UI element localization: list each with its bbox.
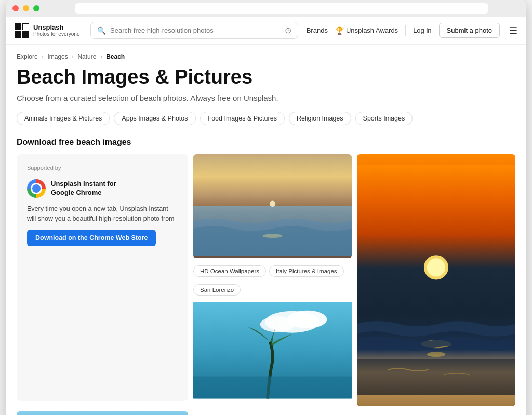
brands-link[interactable]: Brands — [307, 26, 328, 34]
page-subtitle: Choose from a curated selection of beach… — [17, 93, 515, 102]
breadcrumb-images[interactable]: Images — [47, 53, 68, 60]
search-bar[interactable]: 🔍 ⊙ — [90, 22, 298, 39]
logo-area[interactable]: Unsplash Photos for everyone — [15, 23, 82, 38]
submit-button[interactable]: Submit a photo — [439, 23, 500, 38]
image-tags-row1: HD Ocean Wallpapers Italy Pictures & Ima… — [193, 265, 352, 277]
logo-sq-4 — [22, 31, 29, 38]
search-input[interactable] — [110, 26, 281, 34]
tropical-beach-image[interactable] — [17, 411, 188, 415]
tag-food[interactable]: Food Images & Pictures — [200, 112, 285, 125]
ocean-sunset-svg — [357, 154, 515, 406]
chrome-name-line2: Google Chrome — [51, 189, 116, 197]
breadcrumb-nature[interactable]: Nature — [77, 53, 96, 60]
svg-point-7 — [260, 316, 295, 332]
gallery-grid: Supported by Unsplash Instant for Google… — [17, 154, 515, 406]
ocean-sunset-tall-image[interactable] — [357, 154, 515, 406]
svg-point-3 — [270, 200, 275, 206]
login-button[interactable]: Log in — [413, 26, 431, 34]
promo-card: Supported by Unsplash Instant for Google… — [17, 154, 188, 401]
gallery-row2 — [17, 411, 515, 415]
logo-text: Unsplash Photos for everyone — [33, 24, 80, 37]
tag-religion[interactable]: Religion Images — [289, 112, 351, 125]
close-button[interactable] — [12, 5, 19, 11]
svg-point-13 — [427, 352, 445, 357]
svg-rect-14 — [357, 359, 515, 395]
search-icon: 🔍 — [97, 26, 106, 35]
logo-sq-3 — [15, 31, 21, 38]
topic-tags: Animals Images & Pictures Apps Images & … — [17, 112, 515, 125]
tag-san-lorenzo[interactable]: San Lorenzo — [193, 284, 241, 296]
tag-apps[interactable]: Apps Images & Photos — [114, 112, 195, 125]
palm-photo[interactable] — [193, 300, 352, 401]
breadcrumb-explore[interactable]: Explore — [17, 53, 38, 60]
svg-rect-8 — [193, 376, 352, 398]
middle-column: HD Ocean Wallpapers Italy Pictures & Ima… — [193, 154, 352, 401]
trophy-icon: 🏆 — [335, 26, 344, 35]
main-content: Explore › Images › Nature › Beach Beach … — [6, 45, 526, 415]
svg-rect-15 — [17, 411, 188, 415]
awards-link[interactable]: 🏆 Unsplash Awards — [335, 26, 398, 35]
tag-hd-ocean[interactable]: HD Ocean Wallpapers — [193, 265, 266, 277]
logo-sq-1 — [15, 23, 21, 30]
logo-icon — [15, 23, 29, 38]
address-bar[interactable] — [75, 3, 488, 14]
chrome-name-line1: Unsplash Instant for — [51, 180, 116, 189]
logo-sq-2 — [22, 23, 29, 30]
breadcrumb-sep-2: › — [72, 53, 74, 60]
navbar: Unsplash Photos for everyone 🔍 ⊙ Brands … — [6, 17, 526, 45]
tag-sports[interactable]: Sports Images — [355, 112, 413, 125]
maximize-button[interactable] — [33, 5, 39, 11]
awards-label: Unsplash Awards — [346, 26, 398, 34]
titlebar — [6, 0, 526, 17]
breadcrumb: Explore › Images › Nature › Beach — [17, 53, 515, 60]
tag-italy[interactable]: Italy Pictures & Images — [269, 265, 344, 277]
supported-by-label: Supported by — [27, 165, 178, 171]
section-title: Download free beach images — [17, 138, 515, 147]
chrome-logo-area: Unsplash Instant for Google Chrome — [27, 179, 178, 198]
tag-animals[interactable]: Animals Images & Pictures — [17, 112, 110, 125]
svg-point-2 — [262, 234, 282, 238]
breadcrumb-sep-3: › — [100, 53, 102, 60]
chrome-logo-icon — [27, 179, 46, 198]
menu-icon[interactable]: ☰ — [509, 25, 517, 36]
breadcrumb-sep-1: › — [42, 53, 44, 60]
chrome-name: Unsplash Instant for Google Chrome — [51, 180, 116, 197]
beach-sunset-image[interactable] — [193, 154, 352, 258]
svg-point-11 — [427, 258, 445, 276]
logo-tagline: Photos for everyone — [33, 31, 80, 37]
logo-name: Unsplash — [33, 24, 80, 31]
camera-icon[interactable]: ⊙ — [285, 25, 291, 35]
chrome-download-button[interactable]: Download on the Chrome Web Store — [27, 230, 156, 246]
promo-description: Every time you open a new tab, Unsplash … — [27, 204, 178, 224]
nav-links: Brands 🏆 Unsplash Awards Log in Submit a… — [307, 23, 517, 38]
tropical-svg — [17, 411, 188, 415]
palm-svg — [193, 300, 352, 401]
image-tags-row2: San Lorenzo — [193, 284, 352, 296]
browser-window: Unsplash Photos for everyone 🔍 ⊙ Brands … — [6, 0, 526, 415]
minimize-button[interactable] — [23, 5, 29, 11]
page-title: Beach Images & Pictures — [17, 66, 515, 88]
beach-sunset-svg — [193, 154, 352, 258]
nav-divider — [405, 25, 406, 36]
breadcrumb-current: Beach — [106, 53, 125, 60]
